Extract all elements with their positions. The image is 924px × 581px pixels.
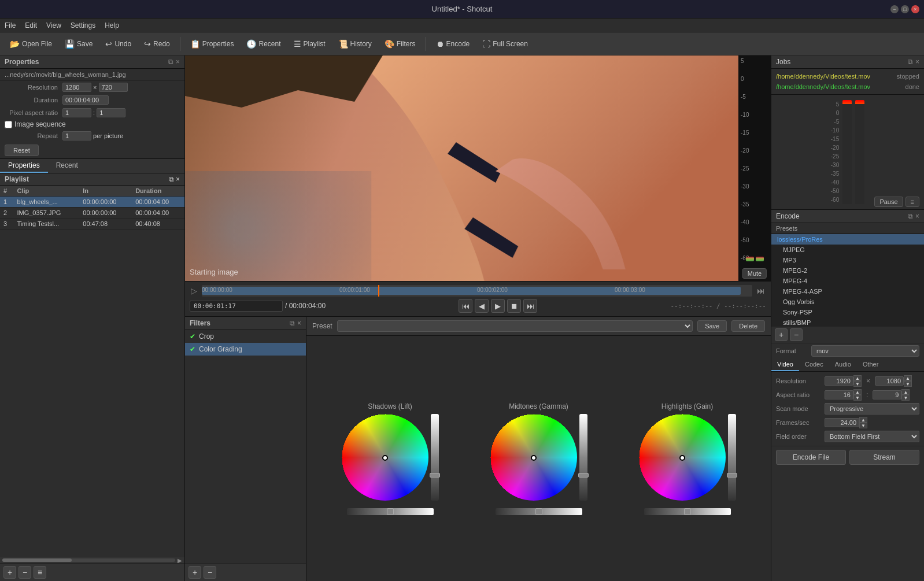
preset-select[interactable] [337, 320, 693, 332]
resolution-w-input[interactable] [62, 83, 91, 92]
format-select[interactable]: mov [811, 345, 919, 357]
tab-audio[interactable]: Audio [829, 358, 857, 371]
scan-mode-select[interactable]: Progressive [825, 403, 919, 415]
encode-file-button[interactable]: Encode File [776, 450, 846, 465]
preset-add-button[interactable]: + [775, 328, 788, 341]
job-item-2[interactable]: /home/ddennedy/Videos/test.mov done [771, 82, 924, 92]
filter-item-colorgrading[interactable]: ✔ Color Grading [185, 343, 306, 356]
stream-button[interactable]: Stream [849, 450, 919, 465]
jobs-close-btn[interactable]: × [915, 58, 919, 66]
preset-item-sony[interactable]: Sony-PSP [771, 307, 924, 317]
resolution-h-input[interactable] [99, 83, 128, 92]
minimize-button[interactable]: − [890, 5, 899, 13]
encode-button[interactable]: ⏺ Encode [431, 36, 475, 51]
midtones-color-wheel[interactable] [490, 414, 577, 501]
mute-button[interactable]: Mute [742, 268, 767, 279]
midtones-bottom-slider[interactable] [496, 508, 582, 515]
tab-properties[interactable]: Properties [0, 159, 48, 173]
encode-res-w-input[interactable] [825, 376, 853, 386]
jobs-float-btn[interactable]: ⧉ [908, 58, 913, 66]
aspect-h-input[interactable] [873, 390, 901, 399]
properties-button[interactable]: 📋 Properties [185, 36, 239, 51]
playlist-add-button[interactable]: + [3, 566, 16, 579]
preset-item-mpeg4asp[interactable]: MPEG-4-ASP [771, 286, 924, 297]
filter-item-crop[interactable]: ✔ Crop [185, 330, 306, 343]
fullscreen-button[interactable]: ⛶ Full Screen [477, 36, 533, 51]
table-row[interactable]: 2 IMG_0357.JPG 00:00:00:00 00:00:04:00 [0, 208, 184, 219]
frames-sec-input[interactable] [825, 418, 859, 427]
save-preset-button[interactable]: Save [697, 320, 727, 332]
preset-item-bmp[interactable]: stills/BMP [771, 317, 924, 327]
shadows-slider[interactable] [431, 414, 439, 501]
playlist-remove-button[interactable]: − [19, 566, 31, 579]
filters-close-btn[interactable]: × [297, 319, 301, 327]
shadows-bottom-slider[interactable] [347, 508, 434, 515]
playlist-button[interactable]: ☰ Playlist [289, 36, 331, 51]
table-row[interactable]: 3 Timing Testsl... 00:47:08 00:40:08 [0, 219, 184, 230]
res-h-down[interactable]: ▼ [904, 381, 912, 387]
menu-view[interactable]: View [46, 21, 61, 29]
playlist-menu-button[interactable]: ≡ [34, 566, 46, 579]
preset-item-mpeg2[interactable]: MPEG-2 [771, 265, 924, 276]
menu-settings[interactable]: Settings [71, 21, 95, 29]
menu-help[interactable]: Help [105, 21, 119, 29]
redo-button[interactable]: ↪ Redo [139, 36, 175, 51]
table-row[interactable]: 1 blg_wheels_... 00:00:00:00 00:00:04:00 [0, 197, 184, 208]
delete-preset-button[interactable]: Delete [731, 320, 765, 332]
image-sequence-checkbox[interactable] [5, 121, 12, 128]
encode-float-btn[interactable]: ⧉ [908, 212, 913, 220]
encode-close-btn[interactable]: × [915, 212, 919, 220]
skip-end-button[interactable]: ⏭ [523, 299, 537, 313]
res-h-up[interactable]: ▲ [904, 375, 912, 381]
stop-button[interactable]: ⏹ [507, 299, 521, 313]
aspect-w-up[interactable]: ▲ [853, 389, 862, 395]
highlights-slider[interactable] [728, 414, 736, 501]
repeat-frames-input[interactable] [62, 131, 91, 140]
aspect-w-input[interactable] [825, 390, 853, 399]
undo-button[interactable]: ↩ Undo [100, 36, 136, 51]
preset-remove-button[interactable]: − [790, 328, 803, 341]
filters-float-btn[interactable]: ⧉ [290, 319, 295, 327]
tab-recent[interactable]: Recent [48, 159, 86, 173]
preset-item-mp3[interactable]: MP3 [771, 255, 924, 265]
play-button[interactable]: ▶ [491, 299, 505, 313]
duration-input[interactable] [62, 95, 109, 105]
close-button[interactable]: × [911, 5, 919, 13]
pixel-aspect-d-input[interactable] [97, 108, 125, 117]
midtones-slider[interactable] [579, 414, 587, 501]
job-item-1[interactable]: /home/ddennedy/Videos/test.mov stopped [771, 71, 924, 82]
aspect-h-down[interactable]: ▼ [901, 395, 910, 401]
tab-codec[interactable]: Codec [799, 358, 829, 371]
filter-add-button[interactable]: + [189, 566, 201, 579]
audio-menu-button[interactable]: ≡ [905, 197, 919, 207]
tab-video[interactable]: Video [771, 358, 799, 371]
filters-button[interactable]: 🎨 Filters [379, 36, 421, 51]
open-file-button[interactable]: 📂 Open File [5, 36, 57, 51]
reset-button[interactable]: Reset [5, 145, 39, 156]
playlist-close-btn[interactable]: × [176, 175, 180, 183]
encode-res-h-input[interactable] [875, 376, 904, 386]
playlist-float-btn[interactable]: ⧉ [169, 175, 174, 183]
shadows-color-wheel[interactable] [342, 414, 428, 501]
field-order-select[interactable]: Bottom Field First [825, 431, 919, 442]
res-w-down[interactable]: ▼ [853, 381, 862, 387]
timeline-expand-btn[interactable]: ▷ [189, 285, 199, 297]
pause-button[interactable]: Pause [874, 197, 903, 207]
recent-button[interactable]: 🕒 Recent [241, 36, 286, 51]
maximize-button[interactable]: □ [901, 5, 909, 13]
timeline-end-btn[interactable]: ⏭ [755, 285, 767, 297]
skip-start-button[interactable]: ⏮ [459, 299, 472, 313]
prev-frame-button[interactable]: ◀ [475, 299, 489, 313]
highlights-bottom-slider[interactable] [644, 508, 731, 515]
aspect-h-up[interactable]: ▲ [901, 389, 910, 395]
highlights-color-wheel[interactable] [639, 414, 726, 501]
aspect-w-down[interactable]: ▼ [853, 395, 862, 401]
filter-remove-button[interactable]: − [204, 566, 216, 579]
menu-edit[interactable]: Edit [25, 21, 37, 29]
save-button[interactable]: 💾 Save [60, 36, 98, 51]
preset-item-mpeg4[interactable]: MPEG-4 [771, 276, 924, 286]
properties-close-btn[interactable]: × [176, 58, 180, 66]
preset-item-lossless[interactable]: lossless/ProRes [771, 234, 924, 245]
playlist-scroll[interactable]: ▶ [0, 557, 184, 563]
current-time-input[interactable] [190, 301, 283, 312]
